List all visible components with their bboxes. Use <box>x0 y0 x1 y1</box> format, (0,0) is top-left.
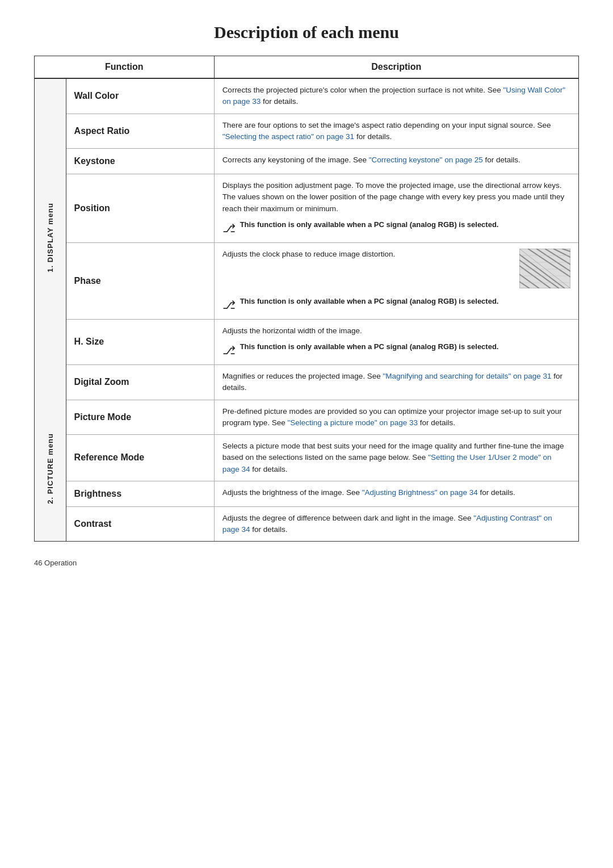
desc-link[interactable]: "Selecting the aspect ratio" on page 31 <box>222 132 355 141</box>
function-cell: Contrast <box>66 506 214 541</box>
description-cell: Selects a picture mode that best suits y… <box>214 435 578 481</box>
desc-link[interactable]: "Selecting a picture mode" on page 33 <box>287 418 418 427</box>
section-cell: 2. PICTURE menu <box>35 400 66 541</box>
desc-text: Corrects the projected picture's color w… <box>222 86 503 94</box>
col-header-description: Description <box>214 56 578 78</box>
desc-text-end: for details. <box>250 465 287 473</box>
note-text: This function is only available when a P… <box>240 296 499 307</box>
description-cell: Magnifies or reduces the projected image… <box>214 365 578 400</box>
main-table: Function Description 1. DISPLAY menuWall… <box>34 56 579 542</box>
description-cell: There are four options to set the image'… <box>214 114 578 149</box>
section-cell: 1. DISPLAY menu <box>35 78 66 400</box>
table-row: Digital ZoomMagnifies or reduces the pro… <box>35 365 578 400</box>
desc-text-end: for details. <box>418 418 455 427</box>
note-box: ⎇ This function is only available when a… <box>222 341 570 359</box>
note-text: This function is only available when a P… <box>240 219 499 230</box>
table-row: PositionDisplays the position adjustment… <box>35 174 578 243</box>
table-row: Reference ModeSelects a picture mode tha… <box>35 435 578 481</box>
table-row: H. SizeAdjusts the horizontal width of t… <box>35 319 578 364</box>
col-header-function: Function <box>35 56 214 78</box>
desc-text: Adjusts the clock phase to reduce image … <box>222 250 396 258</box>
desc-link[interactable]: "Adjusting Brightness" on page 34 <box>362 488 478 497</box>
description-cell: Adjusts the brightness of the image. See… <box>214 481 578 506</box>
function-cell: Picture Mode <box>66 400 214 435</box>
desc-text-end: for details. <box>478 488 515 497</box>
table-row: 2. PICTURE menuPicture ModePre-defined p… <box>35 400 578 435</box>
desc-text-end: for details. <box>354 132 392 141</box>
description-cell: Corrects any keystoning of the image. Se… <box>214 149 578 174</box>
table-row: 1. DISPLAY menuWall ColorCorrects the pr… <box>35 78 578 114</box>
desc-link[interactable]: "Magnifying and searching for details" o… <box>383 372 552 380</box>
section-label: 2. PICTURE menu <box>43 429 58 509</box>
table-row: KeystoneCorrects any keystoning of the i… <box>35 149 578 174</box>
table-row: BrightnessAdjusts the brightness of the … <box>35 481 578 506</box>
function-cell: Brightness <box>66 481 214 506</box>
desc-link[interactable]: "Correcting keystone" on page 25 <box>369 156 483 164</box>
note-icon: ⎇ <box>222 220 236 237</box>
function-cell: Keystone <box>66 149 214 174</box>
function-cell: Reference Mode <box>66 435 214 481</box>
desc-text-end: for details. <box>250 525 287 534</box>
note-box: ⎇ This function is only available when a… <box>222 296 570 313</box>
description-cell: Adjusts the degree of difference between… <box>214 506 578 541</box>
description-cell: Displays the position adjustment page. T… <box>214 174 578 243</box>
function-cell: Phase <box>66 242 214 319</box>
note-icon: ⎇ <box>222 342 236 359</box>
desc-text: Corrects any keystoning of the image. Se… <box>222 156 369 164</box>
table-row: ContrastAdjusts the degree of difference… <box>35 506 578 541</box>
desc-text: Adjusts the brightness of the image. See <box>222 488 362 497</box>
description-cell: Adjusts the horizontal width of the imag… <box>214 319 578 364</box>
function-cell: Position <box>66 174 214 243</box>
function-cell: Digital Zoom <box>66 365 214 400</box>
note-text: This function is only available when a P… <box>240 341 499 353</box>
table-row: Phase <box>35 242 578 319</box>
note-icon: ⎇ <box>222 296 236 313</box>
function-cell: Wall Color <box>66 78 214 114</box>
table-row: Aspect RatioThere are four options to se… <box>35 114 578 149</box>
description-cell: Pre-defined picture modes are provided s… <box>214 400 578 435</box>
description-cell: Corrects the projected picture's color w… <box>214 78 578 114</box>
description-cell: Adjusts the clock phase to reduce image … <box>214 242 578 319</box>
desc-text-end: for details. <box>261 97 298 106</box>
desc-text: Adjusts the horizontal width of the imag… <box>222 326 362 335</box>
note-box: ⎇ This function is only available when a… <box>222 219 570 237</box>
section-label: 1. DISPLAY menu <box>43 198 58 277</box>
desc-text: Magnifies or reduces the projected image… <box>222 372 383 380</box>
function-cell: Aspect Ratio <box>66 114 214 149</box>
desc-text: Displays the position adjustment page. T… <box>222 181 565 213</box>
function-cell: H. Size <box>66 319 214 364</box>
desc-text: Adjusts the degree of difference between… <box>222 514 474 522</box>
footer-text: 46 Operation <box>34 559 579 567</box>
desc-text: There are four options to set the image'… <box>222 121 551 129</box>
desc-text-end: for details. <box>483 156 520 164</box>
page-title: Description of each menu <box>34 23 579 42</box>
